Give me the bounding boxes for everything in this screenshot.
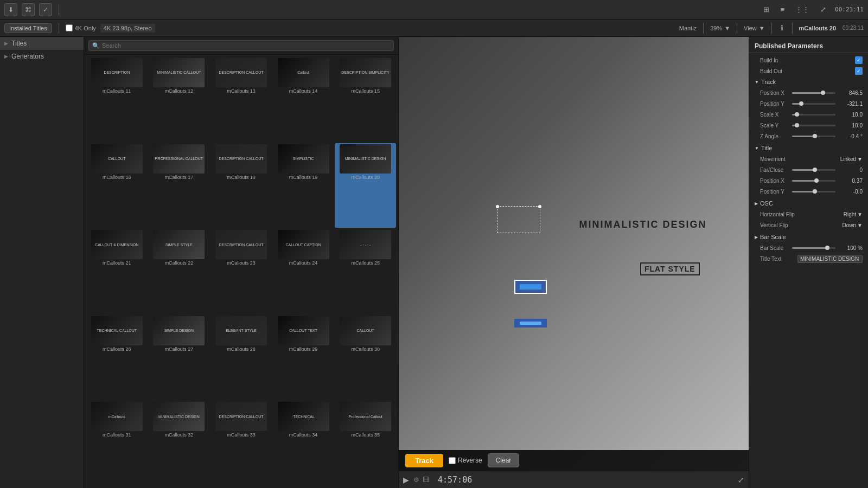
installed-titles-btn[interactable]: Installed Titles: [4, 23, 52, 33]
build-out-row: Build Out ✓: [749, 66, 868, 76]
reverse-check-label[interactable]: Reverse: [449, 457, 482, 464]
title-item-mcallouts15[interactable]: DESCRIPTION SIMPLICITY mCallouts 15: [335, 57, 396, 142]
title-thumb: PROFESSIONAL CALLOUT: [153, 144, 205, 174]
title-item-mcallouts26[interactable]: TECHNICAL CALLOUT mCallouts 26: [86, 315, 148, 400]
position-y-slider[interactable]: [792, 103, 835, 105]
z-angle-slider[interactable]: [792, 136, 835, 137]
title-item-mcallouts21[interactable]: CALLOUT & DIMENSION mCallouts 21: [86, 229, 148, 314]
app-menu-btn[interactable]: ⌘: [22, 3, 35, 16]
title-item-mcallouts23[interactable]: DESCRIPTION CALLOUT mCallouts 23: [210, 229, 272, 314]
bar-scale-slider[interactable]: [792, 247, 835, 249]
zoom-control[interactable]: 39% ▼: [710, 25, 730, 31]
title-name: mCallouts 12: [165, 88, 194, 94]
title-item-mcallouts34[interactable]: ·TECHNICAL mCallouts 34: [273, 401, 334, 486]
track-controls: Track Reverse Clear: [399, 450, 749, 471]
z-angle-thumb[interactable]: [813, 134, 817, 138]
fullscreen-btn[interactable]: ⤢: [738, 476, 744, 484]
title-item-mcallouts20[interactable]: MINIMALISTIC DESIGN mCallouts 20: [335, 143, 396, 228]
position-x-thumb[interactable]: [821, 91, 825, 95]
sidebar-item-titles[interactable]: ▶ Titles: [0, 37, 84, 50]
title-text-row: Title Text: [749, 253, 868, 264]
build-in-checkbox[interactable]: ✓: [855, 56, 863, 64]
title-thumb: ELEGANT STYLE: [215, 316, 267, 345]
title-item-mcallouts18[interactable]: DESCRIPTION CALLOUT mCallouts 18: [210, 143, 272, 228]
title-thumb: DESCRIPTION CALLOUT: [215, 230, 267, 259]
list-view-btn[interactable]: ≡: [778, 4, 787, 15]
clip-icon[interactable]: 🎞: [423, 476, 429, 484]
title-item-mcallouts14[interactable]: Callout mCallouts 14: [273, 57, 334, 142]
bar-scale-section-label: Bar Scale: [760, 234, 786, 240]
title-item-mcallouts12[interactable]: MINIMALISTIC CALLOUT mCallouts 12: [149, 57, 210, 142]
osc-section-label: OSC: [760, 200, 773, 207]
view-dropdown[interactable]: View ▼: [744, 25, 765, 31]
title-thumb-text: PROFESSIONAL CALLOUT: [154, 155, 204, 162]
title-item-mcallouts29[interactable]: CALLOUT TEXT mCallouts 29: [273, 315, 334, 400]
title-pos-y-slider[interactable]: [792, 191, 835, 192]
far-close-slider[interactable]: [792, 169, 835, 171]
title-item-mcallouts35[interactable]: Professional Callout mCallouts 35: [335, 401, 396, 486]
title-item-mcallouts27[interactable]: SIMPLE DESIGN mCallouts 27: [149, 315, 210, 400]
play-button[interactable]: ▶: [403, 476, 409, 484]
title-item-mcallouts19[interactable]: SIMPLISTIC mCallouts 19: [273, 143, 334, 228]
build-out-label: Build Out: [760, 68, 855, 74]
movement-dropdown[interactable]: Linked ▼: [840, 156, 863, 162]
far-close-row: Far/Close 0: [749, 164, 868, 175]
scale-x-slider[interactable]: [792, 114, 835, 115]
4k-only-label[interactable]: 4K Only: [66, 24, 96, 31]
title-item-mcallouts17[interactable]: PROFESSIONAL CALLOUT mCallouts 17: [149, 143, 210, 228]
more-btn[interactable]: ⋮⋮: [793, 4, 812, 15]
title-item-mcallouts13[interactable]: DESCRIPTION CALLOUT mCallouts 13: [210, 57, 272, 142]
bar-scale-section-header[interactable]: ▶ Bar Scale: [749, 232, 868, 242]
build-out-checkbox[interactable]: ✓: [855, 67, 863, 75]
title-pos-x-slider[interactable]: [792, 180, 835, 182]
preview-bottom-bar: ▶ ⚙ 🎞 4:57:06 ⤢: [399, 471, 749, 488]
position-x-slider-wrap: [792, 92, 835, 94]
sidebar-item-generators[interactable]: ▶ Generators: [0, 50, 84, 63]
bar-scale-thumb[interactable]: [825, 246, 829, 250]
track-section-header[interactable]: ▼ Track: [749, 76, 868, 87]
minimize-btn[interactable]: ⬇: [4, 3, 17, 16]
title-item-mcallouts28[interactable]: ELEGANT STYLE mCallouts 28: [210, 315, 272, 400]
clear-button[interactable]: Clear: [488, 453, 520, 467]
scale-y-label: Scale Y: [760, 123, 792, 129]
title-pos-x-thumb[interactable]: [814, 178, 819, 183]
settings-icon[interactable]: ⚙: [413, 476, 419, 484]
grid-view-btn[interactable]: ⊞: [761, 4, 771, 15]
title-item-mcallouts30[interactable]: CALLOUT mCallouts 30: [335, 315, 396, 400]
title-item-mcallouts24[interactable]: CALLOUT CAPTION mCallouts 24: [273, 229, 334, 314]
bar-scale-section: ▶ Bar Scale Bar Scale 100 %: [749, 232, 868, 264]
title-item-mcallouts31[interactable]: mCallouts mCallouts 31: [86, 401, 148, 486]
title-item-mcallouts32[interactable]: MINIMALISTIC DESIGN mCallouts 32: [149, 401, 210, 486]
title-text-input[interactable]: [797, 255, 863, 263]
expand-btn[interactable]: ⤢: [818, 4, 828, 15]
title-item-mcallouts22[interactable]: SIMPLE STYLE mCallouts 22: [149, 229, 210, 314]
title-item-mcallouts25[interactable]: - · - · - mCallouts 25: [335, 229, 396, 314]
title-section-header[interactable]: ▼ Title: [749, 143, 868, 153]
info-btn[interactable]: ℹ: [778, 23, 786, 33]
far-close-thumb[interactable]: [813, 168, 817, 172]
title-item-mcallouts16[interactable]: CALLOUT mCallouts 16: [86, 143, 148, 228]
position-x-slider[interactable]: [792, 92, 835, 94]
position-y-slider-wrap: [792, 103, 835, 105]
title-thumb-text: DESCRIPTION: [103, 69, 131, 76]
scale-y-slider[interactable]: [792, 125, 835, 126]
check-btn[interactable]: ✓: [39, 3, 52, 16]
generators-arrow-icon: ▶: [4, 54, 8, 59]
track-button[interactable]: Track: [405, 454, 443, 467]
scale-y-thumb[interactable]: [795, 123, 799, 127]
title-name: mCallouts 27: [165, 346, 194, 352]
4k-only-checkbox[interactable]: [66, 24, 73, 31]
title-pos-y-thumb[interactable]: [813, 189, 817, 194]
vert-flip-dropdown[interactable]: Down ▼: [843, 222, 863, 228]
horiz-flip-dropdown[interactable]: Right ▼: [844, 211, 863, 217]
search-bar: 🔍: [84, 37, 398, 55]
title-item-mcallouts33[interactable]: DESCRIPTION CALLOUT mCallouts 33: [210, 401, 272, 486]
title-item-mcallouts11[interactable]: DESCRIPTION mCallouts 11: [86, 57, 148, 142]
reverse-checkbox[interactable]: [449, 457, 456, 464]
title-thumb: CALLOUT CAPTION: [278, 230, 329, 259]
position-y-thumb[interactable]: [799, 101, 803, 106]
scale-x-thumb[interactable]: [795, 112, 799, 117]
search-input[interactable]: [88, 40, 394, 51]
osc-section-header[interactable]: ▶ OSC: [749, 198, 868, 209]
preview-bg: [399, 37, 749, 471]
